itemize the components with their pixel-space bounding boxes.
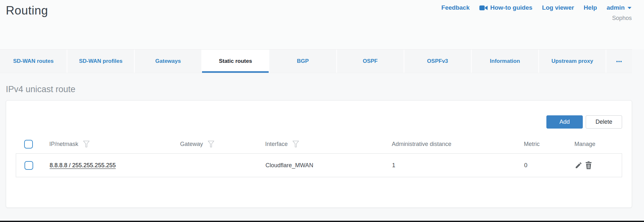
top-nav: Feedback How-to guides Log viewer Help a… <box>441 4 632 11</box>
tab-bgp[interactable]: BGP <box>269 50 336 73</box>
nav-howto-guides-label: How-to guides <box>490 4 533 11</box>
nav-admin-menu[interactable]: admin <box>607 4 632 11</box>
tab-gateways[interactable]: Gateways <box>135 50 201 73</box>
tab-ospf[interactable]: OSPF <box>337 50 404 73</box>
col-admin-distance: Administrative distance <box>392 141 524 148</box>
nav-help-label: Help <box>584 4 597 11</box>
tab-label: Upstream proxy <box>552 58 593 64</box>
page-header: Routing Feedback How-to guides Log viewe… <box>0 0 644 49</box>
edit-icon[interactable] <box>575 161 582 169</box>
row-checkbox[interactable] <box>24 161 33 170</box>
tab-label: Gateways <box>155 58 181 64</box>
table-header: IP/netmask Gateway Interface <box>16 136 622 152</box>
select-all-checkbox[interactable] <box>24 140 33 149</box>
tab-label: SD-WAN profiles <box>79 58 122 64</box>
tab-sd-wan-routes[interactable]: SD-WAN routes <box>0 50 67 73</box>
routes-card: Add Delete IP/netmask Gateway <box>6 100 632 208</box>
tab-information[interactable]: Information <box>472 50 538 73</box>
col-interface: Interface <box>265 140 392 148</box>
tab-upstream-proxy[interactable]: Upstream proxy <box>539 50 606 73</box>
nav-log-viewer-link[interactable]: Log viewer <box>542 4 574 11</box>
interface-cell: Cloudflare_MWAN <box>265 162 392 169</box>
admin-distance-cell: 1 <box>392 162 524 169</box>
window-bottom-edge <box>0 221 644 222</box>
tab-label: OSPFv3 <box>427 58 448 64</box>
brand-label: Sophos <box>612 15 632 22</box>
tab-label: Static routes <box>219 58 252 64</box>
video-camera-icon <box>479 5 488 11</box>
tab-label: BGP <box>297 58 309 64</box>
main-content: IPv4 unicast route Add Delete IP/netmask… <box>0 84 644 208</box>
tab-static-routes[interactable]: Static routes <box>202 50 269 73</box>
ellipsis-icon: ••• <box>616 59 622 64</box>
tab-overflow-menu[interactable]: ••• <box>606 50 632 73</box>
add-button[interactable]: Add <box>546 115 583 129</box>
col-ip-netmask: IP/netmask <box>49 140 180 148</box>
nav-howto-guides-link[interactable]: How-to guides <box>479 4 533 11</box>
filter-icon[interactable] <box>83 140 90 148</box>
section-heading: IPv4 unicast route <box>6 84 644 94</box>
col-admin-distance-label: Administrative distance <box>392 141 451 148</box>
col-gateway: Gateway <box>180 140 265 148</box>
tab-ospfv3[interactable]: OSPFv3 <box>404 50 471 73</box>
tab-label: OSPF <box>363 58 378 64</box>
metric-cell: 0 <box>524 162 575 169</box>
caret-down-icon <box>627 6 632 9</box>
delete-button[interactable]: Delete <box>586 115 622 129</box>
nav-help-link[interactable]: Help <box>584 4 597 11</box>
col-manage-label: Manage <box>574 141 595 148</box>
nav-log-viewer-label: Log viewer <box>542 4 574 11</box>
col-metric: Metric <box>524 141 574 148</box>
trash-icon[interactable] <box>585 161 592 169</box>
tab-label: Information <box>490 58 520 64</box>
filter-icon[interactable] <box>207 140 215 148</box>
tab-sd-wan-profiles[interactable]: SD-WAN profiles <box>67 50 134 73</box>
nav-feedback-link[interactable]: Feedback <box>441 4 470 11</box>
col-metric-label: Metric <box>524 141 540 148</box>
ip-netmask-link[interactable]: 8.8.8.8 / 255.255.255.255 <box>50 162 116 169</box>
col-interface-label: Interface <box>265 141 288 148</box>
col-ip-netmask-label: IP/netmask <box>49 141 78 148</box>
col-manage: Manage <box>574 141 622 148</box>
col-gateway-label: Gateway <box>180 141 203 148</box>
table-toolbar: Add Delete <box>16 115 622 129</box>
manage-cell <box>575 161 622 169</box>
tab-label: SD-WAN routes <box>13 58 54 64</box>
nav-feedback-label: Feedback <box>441 4 470 11</box>
tab-bar: SD-WAN routes SD-WAN profiles Gateways S… <box>0 49 632 73</box>
filter-icon[interactable] <box>292 140 299 148</box>
nav-admin-label: admin <box>607 4 625 11</box>
table-row: 8.8.8.8 / 255.255.255.255 Cloudflare_MWA… <box>16 153 622 177</box>
